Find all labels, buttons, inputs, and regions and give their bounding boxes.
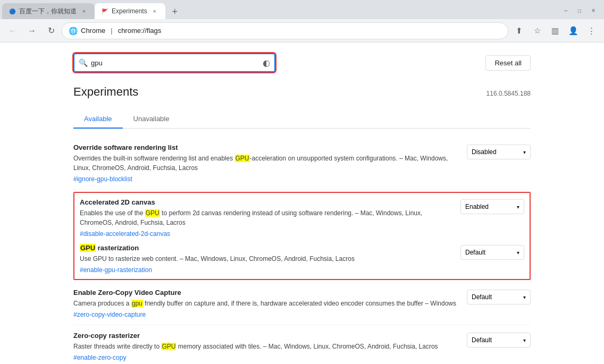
gpu-highlight-2: GPU: [145, 209, 160, 217]
dropdown-arrow-canvas: ▾: [517, 204, 519, 210]
experiment-override-software: Override software rendering list Overrid…: [73, 137, 531, 190]
select-gpu-raster[interactable]: Default Enabled Disabled: [465, 249, 515, 256]
highlighted-experiment-box: Accelerated 2D canvas Enables the use of…: [73, 192, 531, 280]
profile-button[interactable]: 👤: [565, 22, 582, 39]
address-url[interactable]: chrome://flags: [118, 27, 501, 35]
dropdown-arrow-zero-copy-video: ▾: [523, 294, 526, 300]
gpu-highlight-1: GPU: [235, 155, 250, 162]
experiment-name-canvas: Accelerated 2D canvas: [80, 198, 450, 206]
dropdown-override[interactable]: Default Enabled Disabled ▾: [467, 145, 531, 159]
tab-close-baidu[interactable]: ×: [80, 7, 88, 15]
version-label: 116.0.5845.188: [486, 90, 531, 97]
search-box: 🔍 ◐: [73, 53, 275, 72]
dropdown-zero-copy-raster[interactable]: Default Enabled Disabled ▾: [467, 333, 531, 348]
experiment-link-zero-copy-raster[interactable]: #enable-zero-copy: [73, 354, 126, 361]
dropdown-arrow-zero-copy-raster: ▾: [523, 337, 526, 343]
page-header: Experiments 116.0.5845.188: [73, 85, 531, 99]
title-bar: 🔵 百度一下，你就知道 × 🚩 Experiments × + − □ ×: [0, 0, 604, 19]
maximize-button[interactable]: □: [573, 4, 586, 17]
close-button[interactable]: ×: [587, 4, 600, 17]
experiment-name-override: Override software rendering list: [73, 143, 456, 151]
forward-button[interactable]: →: [23, 22, 40, 39]
tab-title-baidu: 百度一下，你就知道: [19, 7, 77, 16]
new-tab-button[interactable]: +: [167, 4, 182, 19]
experiment-zero-copy-raster: Zero-copy rasterizer Raster threads writ…: [73, 325, 531, 364]
refresh-button[interactable]: ↻: [43, 22, 60, 39]
site-info-icon: 🌐: [69, 27, 78, 35]
tab-title-experiments: Experiments: [112, 7, 147, 15]
experiment-control-override: Default Enabled Disabled ▾: [467, 143, 531, 159]
experiment-control-zero-copy-video: Default Enabled Disabled ▾: [467, 289, 531, 304]
tab-experiments[interactable]: 🚩 Experiments ×: [95, 3, 165, 19]
reset-all-button[interactable]: Reset all: [485, 55, 531, 71]
select-zero-copy-video[interactable]: Default Enabled Disabled: [472, 293, 521, 301]
dropdown-gpu-raster[interactable]: Default Enabled Disabled ▾: [460, 245, 524, 260]
address-separator: |: [111, 27, 112, 35]
experiment-desc-canvas: Enables the use of the GPU to perform 2d…: [80, 208, 450, 227]
tab-baidu[interactable]: 🔵 百度一下，你就知道 ×: [2, 3, 95, 19]
tab-available[interactable]: Available: [73, 109, 123, 128]
bookmark-button[interactable]: ☆: [528, 22, 546, 39]
experiment-link-zero-copy-video[interactable]: #zero-copy-video-capture: [73, 311, 146, 318]
experiment-gpu-rasterization: GPU rasterization Use GPU to rasterize w…: [80, 244, 524, 274]
experiment-name-zero-copy-raster: Zero-copy rasterizer: [73, 332, 456, 340]
experiment-control-canvas: Default Enabled Disabled ▾: [460, 198, 524, 214]
experiment-desc-gpu-raster: Use GPU to rasterize web content. – Mac,…: [80, 254, 450, 264]
experiment-desc-zero-copy-raster: Raster threads write directly to GPU mem…: [73, 342, 456, 351]
select-zero-copy-raster[interactable]: Default Enabled Disabled: [472, 336, 521, 344]
experiment-info-canvas: Accelerated 2D canvas Enables the use of…: [80, 198, 450, 238]
experiment-name-zero-copy-video: Enable Zero-Copy Video Capture: [73, 289, 456, 297]
minimize-button[interactable]: −: [559, 4, 572, 17]
tab-favicon-experiments: 🚩: [101, 7, 108, 15]
gpu-highlight-5: GPU: [161, 343, 176, 350]
share-button[interactable]: ⬆: [510, 22, 527, 39]
back-button[interactable]: ←: [4, 22, 21, 39]
tab-unavailable[interactable]: Unavailable: [123, 109, 180, 128]
experiment-link-override[interactable]: #ignore-gpu-blocklist: [73, 175, 132, 183]
experiment-control-zero-copy-raster: Default Enabled Disabled ▾: [467, 332, 531, 348]
experiment-accelerated-canvas: Accelerated 2D canvas Enables the use of…: [80, 198, 524, 244]
experiment-info-gpu-raster: GPU rasterization Use GPU to rasterize w…: [80, 244, 450, 274]
experiment-control-gpu-raster: Default Enabled Disabled ▾: [460, 244, 524, 260]
select-canvas[interactable]: Default Enabled Disabled: [465, 203, 515, 210]
experiment-name-gpu-raster: GPU rasterization: [80, 244, 450, 252]
experiment-info-override: Override software rendering list Overrid…: [73, 143, 456, 183]
flags-page: 🔍 ◐ Reset all Experiments 116.0.5845.188…: [73, 43, 531, 364]
dropdown-zero-copy-video[interactable]: Default Enabled Disabled ▾: [467, 290, 531, 304]
search-clear-button[interactable]: ◐: [263, 58, 270, 68]
search-icon: 🔍: [79, 58, 88, 67]
page-content: 🔍 ◐ Reset all Experiments 116.0.5845.188…: [0, 43, 604, 364]
address-chrome-label: Chrome: [81, 27, 105, 35]
page-title: Experiments: [73, 85, 138, 99]
content-tabs: Available Unavailable: [73, 109, 531, 129]
tab-close-experiments[interactable]: ×: [150, 7, 159, 15]
experiment-link-canvas[interactable]: #disable-accelerated-2d-canvas: [80, 230, 170, 238]
gpu-highlight-4: gpu: [131, 300, 143, 307]
experiment-info-zero-copy-video: Enable Zero-Copy Video Capture Camera pr…: [73, 289, 456, 318]
experiment-link-gpu-raster[interactable]: #enable-gpu-rasterization: [80, 266, 152, 274]
address-bar[interactable]: 🌐 Chrome | chrome://flags: [62, 22, 508, 39]
experiment-desc-zero-copy-video: Camera produces a gpu friendly buffer on…: [73, 299, 456, 308]
dropdown-arrow-gpu-raster: ▾: [517, 250, 519, 256]
experiment-zero-copy-video: Enable Zero-Copy Video Capture Camera pr…: [73, 282, 531, 325]
select-override[interactable]: Default Enabled Disabled: [472, 148, 521, 156]
dropdown-arrow-override: ▾: [523, 149, 526, 155]
browser-toolbar: ← → ↻ 🌐 Chrome | chrome://flags ⬆ ☆ ▥ 👤 …: [0, 19, 604, 43]
dropdown-canvas[interactable]: Default Enabled Disabled ▾: [460, 199, 524, 214]
experiment-info-zero-copy-raster: Zero-copy rasterizer Raster threads writ…: [73, 332, 456, 361]
toolbar-actions: ⬆ ☆ ▥ 👤 ⋮: [510, 22, 600, 39]
experiment-desc-override: Overrides the built-in software renderin…: [73, 154, 456, 173]
tab-strip: 🔵 百度一下，你就知道 × 🚩 Experiments × +: [0, 0, 182, 19]
menu-button[interactable]: ⋮: [583, 22, 600, 39]
tab-favicon-baidu: 🔵: [9, 7, 16, 15]
gpu-highlight-3: GPU: [80, 244, 96, 252]
search-container: 🔍 ◐ Reset all: [73, 53, 531, 72]
search-input[interactable]: [91, 59, 259, 67]
sidebar-button[interactable]: ▥: [547, 22, 564, 39]
